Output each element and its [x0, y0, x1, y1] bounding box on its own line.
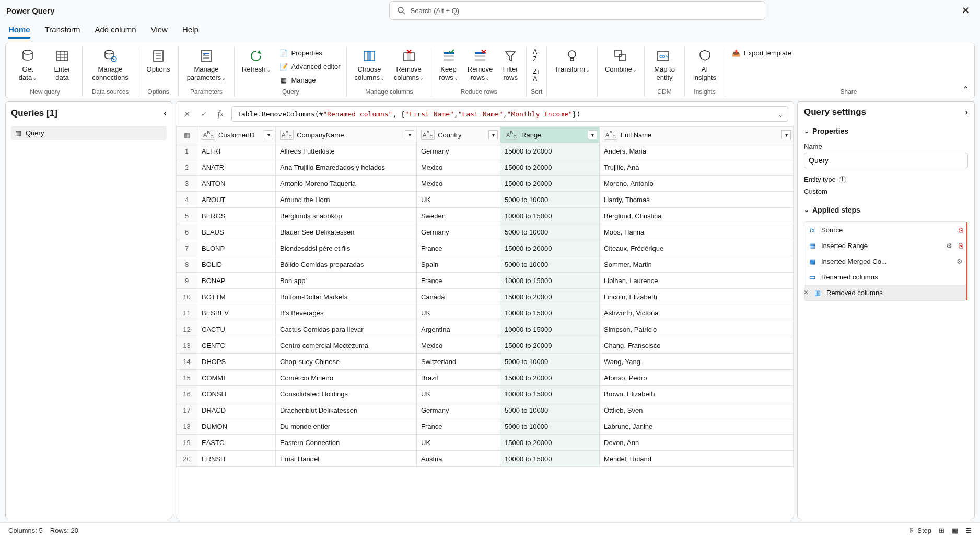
properties-button[interactable]: 📄Properties: [277, 46, 324, 59]
cell[interactable]: Spain: [417, 256, 500, 273]
table-row[interactable]: 7BLONPBlondesddsl pére et filsFrance1500…: [177, 240, 794, 256]
cell[interactable]: Libihan, Laurence: [600, 273, 794, 289]
tab-view[interactable]: View: [151, 25, 168, 39]
cell[interactable]: Austria: [417, 451, 500, 467]
column-filter-button[interactable]: ▾: [488, 130, 498, 139]
manage-parameters-button[interactable]: Manage parameters: [183, 46, 230, 84]
table-view-button[interactable]: ▦: [952, 527, 958, 534]
row-number[interactable]: 19: [177, 435, 197, 451]
cell[interactable]: Blondesddsl pére et fils: [276, 240, 417, 256]
manage-connections-button[interactable]: Manage connections: [87, 46, 134, 84]
gear-icon[interactable]: ⚙: [956, 258, 963, 265]
cell[interactable]: 10000 to 15000: [500, 321, 600, 337]
table-row[interactable]: 6BLAUSBlauer See DelikatessenGermany5000…: [177, 224, 794, 240]
info-icon[interactable]: i: [839, 176, 846, 183]
cell[interactable]: BONAP: [197, 273, 276, 289]
cell[interactable]: ANTON: [197, 176, 276, 192]
cell[interactable]: Ernst Handel: [276, 451, 417, 467]
cell[interactable]: Blauer See Delikatessen: [276, 224, 417, 240]
cell[interactable]: 15000 to 20000: [500, 370, 600, 386]
tab-home[interactable]: Home: [8, 25, 30, 39]
column-header-full-name[interactable]: ABCFull Name▾: [600, 127, 794, 143]
expand-settings-button[interactable]: ›: [965, 107, 968, 118]
data-grid[interactable]: ▦ABCCustomerID▾ABCCompanyName▾ABCCountry…: [176, 126, 794, 519]
tab-transform[interactable]: Transform: [45, 25, 80, 39]
cell[interactable]: Eastern Connection: [276, 435, 417, 451]
cell[interactable]: UK: [417, 386, 500, 402]
cell[interactable]: UK: [417, 435, 500, 451]
column-header-companyname[interactable]: ABCCompanyName▾: [276, 127, 417, 143]
cell[interactable]: Du monde entier: [276, 418, 417, 435]
cell[interactable]: Anders, Maria: [600, 143, 794, 159]
map-to-entity-button[interactable]: CDM Map to entity: [649, 46, 680, 84]
column-filter-button[interactable]: ▾: [781, 130, 791, 139]
cell[interactable]: Chop-suey Chinese: [276, 354, 417, 370]
cell[interactable]: Ashworth, Victoria: [600, 305, 794, 321]
cell[interactable]: 15000 to 20000: [500, 435, 600, 451]
cell[interactable]: Mexico: [417, 337, 500, 354]
column-filter-button[interactable]: ▾: [588, 130, 597, 139]
cell[interactable]: Berglund, Christina: [600, 208, 794, 224]
cell[interactable]: 15000 to 20000: [500, 176, 600, 192]
cell[interactable]: ANATR: [197, 159, 276, 176]
row-number[interactable]: 12: [177, 321, 197, 337]
row-number[interactable]: 11: [177, 305, 197, 321]
table-row[interactable]: 16CONSHConsolidated HoldingsUK10000 to 1…: [177, 386, 794, 402]
row-number[interactable]: 18: [177, 418, 197, 435]
row-number[interactable]: 13: [177, 337, 197, 354]
row-number[interactable]: 15: [177, 370, 197, 386]
cell[interactable]: BLAUS: [197, 224, 276, 240]
step-button[interactable]: ⎘Step: [910, 527, 931, 534]
cell[interactable]: COMMI: [197, 370, 276, 386]
cell[interactable]: Drachenblut Delikatessen: [276, 402, 417, 418]
cell[interactable]: Germany: [417, 224, 500, 240]
cell[interactable]: France: [417, 418, 500, 435]
cell[interactable]: France: [417, 240, 500, 256]
cell[interactable]: 5000 to 10000: [500, 402, 600, 418]
tab-help[interactable]: Help: [182, 25, 199, 39]
row-number[interactable]: 10: [177, 289, 197, 305]
cell[interactable]: 5000 to 10000: [500, 418, 600, 435]
query-item[interactable]: ▦ Query: [11, 126, 167, 140]
table-row[interactable]: 12CACTUCactus Comidas para llevarArgenti…: [177, 321, 794, 337]
cell[interactable]: CACTU: [197, 321, 276, 337]
cell[interactable]: 5000 to 10000: [500, 354, 600, 370]
cell[interactable]: Hardy, Thomas: [600, 192, 794, 208]
cell[interactable]: France: [417, 273, 500, 289]
table-row[interactable]: 13CENTCCentro comercial MoctezumaMexico1…: [177, 337, 794, 354]
cell[interactable]: Antonio Moreno Taqueria: [276, 176, 417, 192]
cell[interactable]: DUMON: [197, 418, 276, 435]
cell[interactable]: Ottlieb, Sven: [600, 402, 794, 418]
table-row[interactable]: 11BESBEVB's BeveragesUK10000 to 15000Ash…: [177, 305, 794, 321]
cell[interactable]: CENTC: [197, 337, 276, 354]
cell[interactable]: 15000 to 20000: [500, 240, 600, 256]
row-number[interactable]: 6: [177, 224, 197, 240]
table-row[interactable]: 14DHOPSChop-suey ChineseSwitzerland5000 …: [177, 354, 794, 370]
column-header-country[interactable]: ABCCountry▾: [417, 127, 500, 143]
step-extra-icon[interactable]: ⎘: [959, 242, 963, 250]
step-extra-icon[interactable]: ⎘: [959, 226, 963, 234]
cell[interactable]: Around the Horn: [276, 192, 417, 208]
cell[interactable]: Devon, Ann: [600, 435, 794, 451]
cell[interactable]: 15000 to 20000: [500, 143, 600, 159]
close-button[interactable]: ✕: [958, 3, 974, 18]
cell[interactable]: Wang, Yang: [600, 354, 794, 370]
applied-step[interactable]: fxSource⎘: [804, 222, 967, 238]
get-data-button[interactable]: Get data: [12, 46, 43, 84]
cell[interactable]: 5000 to 10000: [500, 192, 600, 208]
cell[interactable]: Sweden: [417, 208, 500, 224]
cell[interactable]: 5000 to 10000: [500, 256, 600, 273]
query-name-input[interactable]: [804, 153, 968, 168]
combine-button[interactable]: Combine: [602, 46, 640, 75]
table-row[interactable]: 19EASTCEastern ConnectionUK15000 to 2000…: [177, 435, 794, 451]
cell[interactable]: 15000 to 20000: [500, 159, 600, 176]
cell[interactable]: Mexico: [417, 159, 500, 176]
row-number[interactable]: 20: [177, 451, 197, 467]
cell[interactable]: Brown, Elizabeth: [600, 386, 794, 402]
cell[interactable]: 15000 to 20000: [500, 289, 600, 305]
schema-view-button[interactable]: ☰: [965, 527, 972, 534]
advanced-editor-button[interactable]: 📝Advanced editor: [277, 60, 343, 73]
gear-icon[interactable]: ⚙: [946, 242, 952, 250]
cell[interactable]: Mendel, Roland: [600, 451, 794, 467]
table-row[interactable]: 20ERNSHErnst HandelAustria10000 to 15000…: [177, 451, 794, 467]
